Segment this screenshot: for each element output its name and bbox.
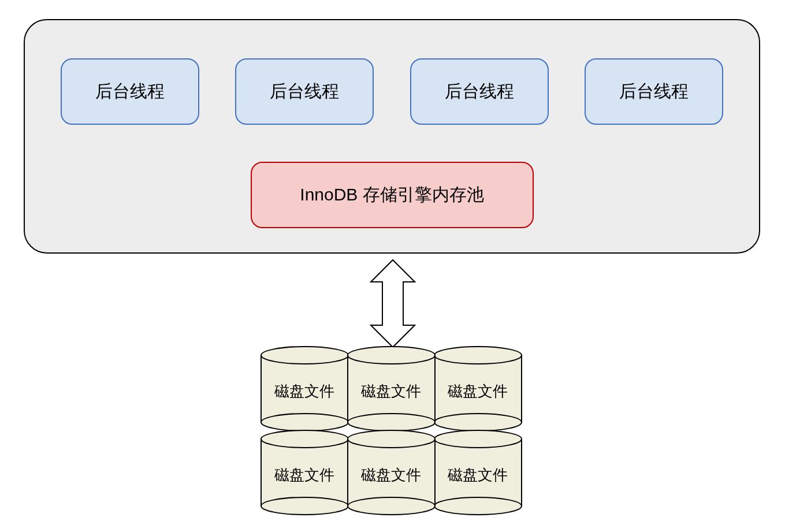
background-thread-box: 后台线程	[410, 58, 549, 125]
bidirectional-arrow-icon	[370, 259, 416, 348]
disk-file-cylinder: 磁盘文件	[347, 345, 436, 432]
svg-marker-0	[371, 260, 415, 347]
svg-point-7	[348, 414, 435, 431]
svg-point-5	[261, 347, 348, 364]
svg-point-20	[261, 430, 348, 448]
threads-row: 后台线程 后台线程 后台线程 后台线程	[25, 58, 759, 125]
thread-label: 后台线程	[619, 80, 689, 103]
disk-file-cylinder: 磁盘文件	[433, 345, 523, 432]
disk-file-cylinder: 磁盘文件	[260, 429, 349, 516]
svg-point-25	[348, 430, 435, 448]
thread-label: 后台线程	[270, 80, 339, 103]
thread-label: 后台线程	[445, 80, 514, 103]
disk-cluster: 磁盘文件 磁盘文件 磁盘文件 磁盘文件	[260, 345, 526, 524]
disk-file-cylinder: 磁盘文件	[433, 429, 523, 516]
disk-label: 磁盘文件	[260, 465, 349, 485]
svg-point-2	[261, 414, 348, 431]
background-thread-box: 后台线程	[235, 58, 374, 125]
disk-label: 磁盘文件	[347, 381, 436, 401]
disk-file-cylinder: 磁盘文件	[260, 345, 349, 432]
memory-pool-label: InnoDB 存储引擎内存池	[300, 183, 483, 207]
svg-point-15	[434, 347, 522, 364]
svg-point-30	[434, 430, 522, 448]
svg-point-10	[348, 347, 435, 364]
disk-label: 磁盘文件	[433, 465, 523, 485]
thread-label: 后台线程	[95, 80, 165, 103]
disk-label: 磁盘文件	[347, 465, 436, 485]
svg-point-17	[261, 497, 348, 515]
disk-label: 磁盘文件	[433, 381, 523, 401]
background-thread-box: 后台线程	[61, 58, 199, 125]
disk-label: 磁盘文件	[260, 381, 349, 401]
svg-point-12	[434, 414, 522, 431]
innodb-memory-pool-box: InnoDB 存储引擎内存池	[251, 162, 534, 228]
background-thread-box: 后台线程	[585, 58, 723, 125]
svg-point-22	[348, 497, 435, 515]
disk-file-cylinder: 磁盘文件	[347, 429, 436, 516]
engine-container: 后台线程 后台线程 后台线程 后台线程 InnoDB 存储引擎内存池	[24, 19, 760, 254]
svg-point-27	[434, 497, 522, 515]
